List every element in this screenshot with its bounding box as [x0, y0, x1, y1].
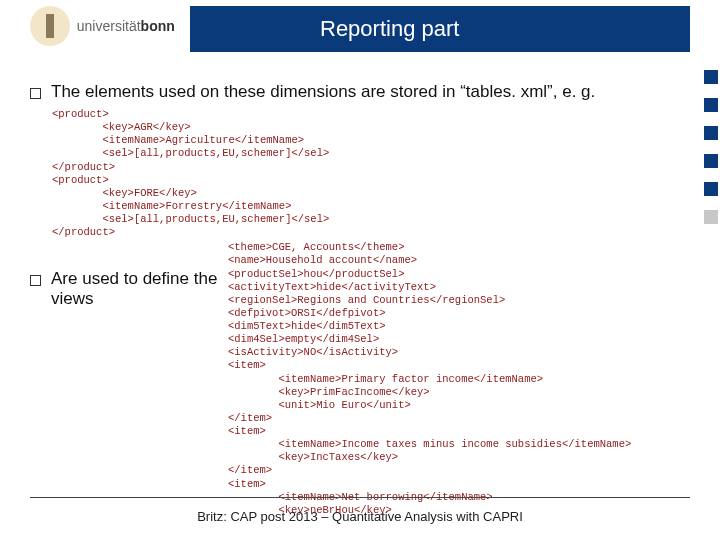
footer-divider — [30, 497, 690, 498]
bullet-2-text: Are used to define the views — [51, 269, 220, 309]
xml-code-block-1: <product> <key>AGR</key> <itemName>Agric… — [52, 108, 690, 239]
logo-text: universitätbonn — [77, 19, 175, 33]
bullet-square-icon — [30, 275, 41, 286]
logo-building-icon — [30, 6, 70, 46]
slide-title: Reporting part — [320, 16, 459, 42]
bullet-2: Are used to define the views — [30, 269, 220, 309]
bullet-1-text: The elements used on these dimensions ar… — [51, 82, 595, 102]
footer-text: Britz: CAP post 2013 – Quantitative Anal… — [0, 509, 720, 524]
slide-title-bar: Reporting part — [190, 6, 690, 52]
bullet-square-icon — [30, 88, 41, 99]
slide-content: The elements used on these dimensions ar… — [30, 82, 690, 517]
university-logo: universitätbonn — [30, 6, 175, 46]
bullet-1: The elements used on these dimensions ar… — [30, 82, 690, 102]
xml-code-block-2: <theme>CGE, Accounts</theme> <name>House… — [228, 241, 631, 517]
decorative-squares — [704, 70, 718, 238]
